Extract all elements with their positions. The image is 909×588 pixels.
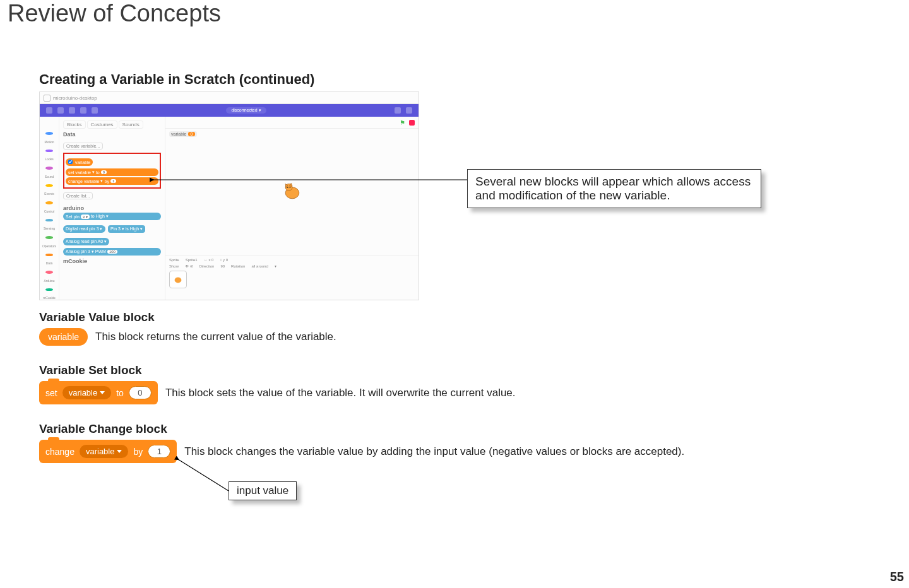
variable-reporter-block: variable	[39, 328, 88, 346]
looks-category-icon	[45, 150, 53, 153]
green-flag-icon: ⚑	[400, 119, 405, 126]
scratch-window: microduino-desktop disconnected ▾	[39, 91, 419, 300]
variable-checkbox	[68, 160, 73, 164]
highlight-box: variable set variable ▾ to 0 change vari…	[63, 153, 161, 189]
callout-input-value: input value	[229, 481, 297, 500]
toolbar-icon	[92, 107, 98, 114]
toolbar-icon	[395, 107, 401, 114]
analog-pin-block: Analog pin 3 ▾ PWM 100	[63, 248, 161, 256]
set-block-mini: set variable ▾ to 0	[66, 168, 158, 176]
page-number: 55	[890, 570, 904, 584]
document-icon	[44, 95, 50, 102]
change-block-mini: change variable ▾ by 1	[66, 177, 158, 185]
toolbar-icon	[406, 107, 412, 114]
callout-new-blocks: Several new blocks will appear which all…	[467, 169, 761, 208]
set-pin-block: Set pin 3 ▾ to High ▾	[63, 213, 161, 220]
variable-reporter-mini: variable	[66, 158, 93, 166]
motion-category-icon	[45, 132, 53, 135]
control-category-icon	[45, 201, 53, 204]
change-variable-block: change variable by 1	[39, 440, 177, 463]
change-block-heading: Variable Change block	[39, 422, 909, 436]
stage-panel: ⚑ variable 0	[165, 117, 419, 300]
section-heading: Creating a Variable in Scratch (continue…	[39, 71, 909, 88]
connection-badge: disconnected ▾	[226, 107, 266, 114]
sprite-thumbnail	[169, 271, 187, 288]
dropdown-icon	[100, 391, 105, 394]
operators-category-icon	[45, 236, 53, 239]
toolbar-icon	[57, 107, 64, 114]
toolbar-icon	[46, 107, 52, 114]
mcookie-header: mCookie	[63, 258, 161, 264]
sound-category-icon	[45, 167, 53, 170]
tab-sounds: Sounds	[119, 121, 143, 129]
set-block-desc: This block sets the value of the variabl…	[165, 387, 516, 399]
category-palette: Motion Looks Sound Events Control Sensin…	[40, 117, 59, 300]
value-block-desc: This block returns the current value of …	[95, 331, 336, 343]
svg-point-5	[289, 187, 290, 188]
window-tab-label: microduino-desktop	[53, 95, 97, 101]
pin-is-block: Pin 3 ▾ is High ▾	[108, 225, 145, 233]
create-list-button: Create list...	[63, 192, 93, 199]
set-variable-block: set variable to 0	[39, 381, 158, 404]
analog-read-block: Analog read pin A0 ▾	[63, 238, 109, 245]
toolbar-icon	[80, 107, 86, 114]
data-category-icon	[45, 254, 53, 257]
app-toolbar: disconnected ▾	[40, 104, 419, 117]
tab-blocks: Blocks	[63, 121, 86, 129]
sensing-category-icon	[45, 219, 53, 222]
svg-point-4	[287, 187, 288, 188]
category-header: Data	[63, 131, 161, 138]
svg-line-8	[178, 459, 229, 491]
mcookie-category-icon	[45, 288, 53, 291]
dropdown-icon	[117, 450, 122, 453]
set-block-heading: Variable Set block	[39, 363, 909, 377]
scratch-cat-icon	[281, 180, 304, 203]
arduino-header: arduino	[63, 205, 161, 211]
change-block-desc: This block changes the variable value by…	[184, 445, 684, 458]
sprite-info-pane: Sprite Sprite1 ↔ x 0 ↕ y 0 Show 👁 ⊘ Dire…	[165, 255, 419, 305]
digital-read-block: Digital read pin 3 ▾	[63, 225, 105, 233]
block-list-panel: Blocks Costumes Sounds Data Create varia…	[59, 117, 165, 300]
create-variable-button: Create variable...	[63, 143, 103, 150]
value-block-heading: Variable Value block	[39, 310, 909, 324]
change-value-input: 1	[148, 445, 170, 458]
svg-point-6	[175, 277, 182, 283]
toolbar-icon	[69, 107, 75, 114]
input-value-arrow-icon	[172, 456, 235, 494]
events-category-icon	[45, 184, 53, 187]
stop-icon	[409, 120, 415, 126]
page-title: Review of Concepts	[8, 0, 909, 27]
arduino-category-icon	[45, 271, 53, 274]
set-value-input: 0	[129, 386, 152, 399]
tab-costumes: Costumes	[87, 121, 117, 129]
variable-monitor: variable 0	[169, 131, 197, 137]
